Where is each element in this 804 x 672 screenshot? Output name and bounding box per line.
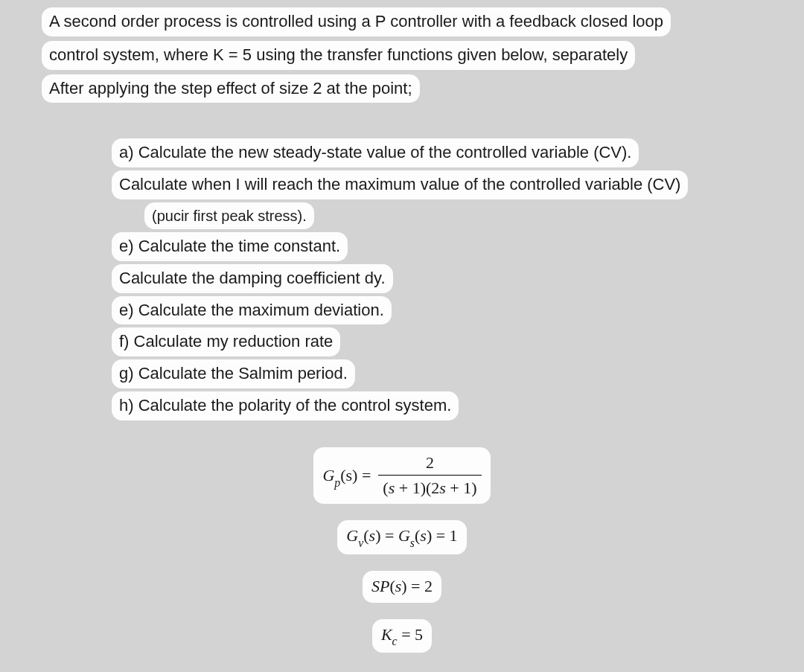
formula-gp: Gp(s) = 2 (s + 1)(2s + 1) bbox=[313, 447, 490, 505]
question-a1: a) Calculate the new steady-state value … bbox=[112, 138, 639, 167]
question-list: a) Calculate the new steady-state value … bbox=[112, 138, 804, 420]
formula-sp: SP(s) = 2 bbox=[363, 571, 441, 603]
kc-eq-5: = 5 bbox=[398, 625, 423, 644]
gp-fraction: 2 (s + 1)(2s + 1) bbox=[378, 452, 481, 500]
formula-kc: Kc = 5 bbox=[372, 619, 432, 653]
gp-G: G bbox=[322, 466, 334, 484]
gp-sub-p: p bbox=[334, 476, 340, 489]
kc-K: K bbox=[381, 625, 392, 644]
formula-gv-gs: Gv(s) = Gs(s) = 1 bbox=[337, 520, 466, 554]
gs-G: G bbox=[398, 526, 410, 545]
question-e2: e) Calculate the maximum deviation. bbox=[112, 296, 392, 325]
kc-sub-c: c bbox=[392, 635, 398, 647]
question-h: h) Calculate the polarity of the control… bbox=[112, 391, 459, 420]
formula-block: Gp(s) = 2 (s + 1)(2s + 1) Gv(s) = Gs(s) … bbox=[0, 447, 804, 653]
intro-line-1: A second order process is controlled usi… bbox=[42, 7, 671, 36]
problem-intro: A second order process is controlled usi… bbox=[42, 7, 804, 103]
intro-line-3: After applying the step effect of size 2… bbox=[42, 74, 420, 103]
question-g: g) Calculate the Salmim period. bbox=[112, 359, 355, 388]
gv-sub-v: v bbox=[358, 537, 363, 549]
eq-sign-1: = bbox=[381, 526, 398, 545]
gv-s-paren: (s) bbox=[363, 526, 380, 545]
question-f: f) Calculate my reduction rate bbox=[112, 327, 340, 356]
intro-line-2: control system, where K = 5 using the tr… bbox=[42, 41, 635, 70]
gp-denominator: (s + 1)(2s + 1) bbox=[378, 475, 481, 500]
gp-s-eq: (s) = bbox=[340, 466, 371, 484]
question-e1: e) Calculate the time constant. bbox=[112, 232, 348, 261]
gv-G: G bbox=[346, 526, 358, 545]
gp-numerator: 2 bbox=[378, 452, 481, 475]
eq-one: = 1 bbox=[432, 526, 457, 545]
gs-sub-s: s bbox=[410, 537, 415, 549]
gs-s-paren: (s) bbox=[415, 526, 432, 545]
question-damping: Calculate the damping coefficient dy. bbox=[112, 264, 393, 293]
question-a2: Calculate when I will reach the maximum … bbox=[112, 170, 688, 199]
question-note: (pucir first peak stress). bbox=[144, 202, 314, 229]
